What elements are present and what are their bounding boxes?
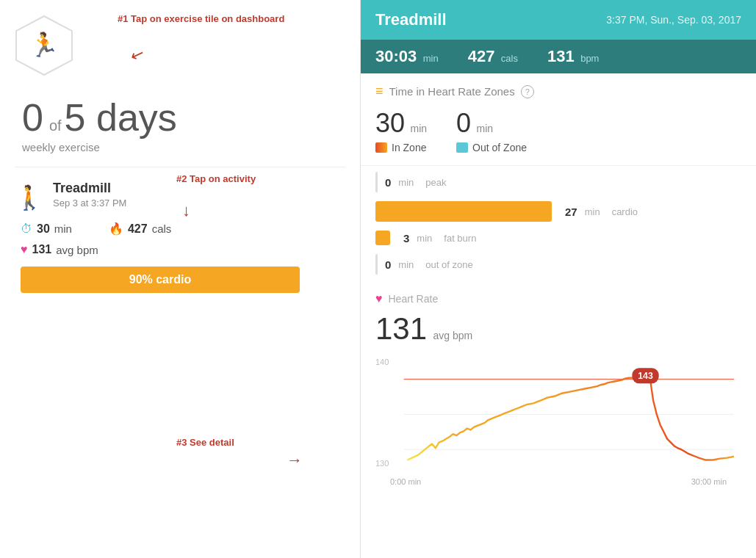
- in-zone-color-dot: [375, 142, 387, 153]
- weekly-of: of: [49, 117, 62, 134]
- hr-avg-row: 131 avg bpm: [375, 311, 741, 347]
- hr-avg-val: 131: [375, 311, 427, 346]
- zone-fatburn-name: fat burn: [444, 233, 476, 244]
- annotation-2-arrow: ↓: [182, 201, 190, 220]
- left-panel: #1 Tap on exercise tile on dashboard ↙ 🏃…: [0, 0, 360, 558]
- zone-row-cardio: 27 min cardio: [375, 201, 741, 222]
- y-label-130: 130: [375, 459, 389, 468]
- cardio-bar-label: 90% cardio: [129, 273, 191, 286]
- zone-outzone-unit: min: [398, 259, 414, 270]
- zone-fatburn-square: [375, 231, 390, 245]
- header-cals-unit: cals: [501, 53, 518, 64]
- zone-cardio-val: 27: [565, 206, 577, 218]
- zone-border-peak: [375, 172, 378, 192]
- zone-cardio-unit: min: [585, 206, 600, 217]
- annotation-3-arrow: →: [287, 451, 303, 470]
- hr-zones-section: ≡ Time in Heart Rate Zones ? 30 min In Z…: [361, 73, 756, 166]
- zone-fatburn-val: 3: [403, 232, 409, 244]
- stat-block-cals: 427 cals: [468, 47, 518, 66]
- right-datetime: 3:37 PM, Sun., Sep. 03, 2017: [606, 14, 741, 26]
- right-header: Treadmill 3:37 PM, Sun., Sep. 03, 2017: [361, 0, 756, 40]
- heart-rate-chart: 143: [383, 354, 734, 471]
- out-zone-unit: min: [477, 123, 494, 134]
- duration-unit: min: [54, 222, 72, 235]
- activity-title: Treadmill: [53, 181, 126, 196]
- in-zone-unit: min: [411, 123, 428, 134]
- hr-section: ♥ Heart Rate 131 avg bpm 140 130: [361, 283, 756, 471]
- bpm-row: ♥ 131 avg bpm: [21, 243, 345, 256]
- annotation-1-arrow: ↙: [128, 44, 147, 67]
- zone-bar-cardio: [375, 201, 552, 222]
- x-label-start: 0:00 min: [390, 477, 421, 486]
- zone-row-peak: 0 min peak: [375, 172, 741, 192]
- activity-walk-icon: 🚶: [15, 184, 44, 211]
- bpm-label: avg bpm: [56, 244, 98, 256]
- stat-block-bpm: 131 bpm: [547, 47, 599, 66]
- hr-heart-icon: ♥: [375, 292, 383, 305]
- out-zone-color-dot: [456, 142, 468, 153]
- zone-peak-name: peak: [425, 177, 446, 188]
- zone-out-summary: 0 min Out of Zone: [456, 108, 527, 153]
- zone-cardio-name: cardio: [612, 206, 638, 217]
- zones-label: Time in Heart Rate Zones: [389, 85, 515, 98]
- zone-outzone-name: out of zone: [425, 259, 472, 270]
- zone-outzone-val: 0: [385, 258, 391, 271]
- out-zone-label: Out of Zone: [472, 142, 527, 153]
- annotation-1-label: #1 Tap on exercise tile on dashboard: [118, 13, 284, 26]
- weekly-zero: 0: [22, 98, 43, 137]
- zone-row-fatburn: 3 min fat burn: [375, 231, 741, 245]
- zone-details: 0 min peak 27 min cardio 3 min fat burn …: [361, 166, 756, 283]
- weekly-days: 5 days: [65, 95, 177, 140]
- weekly-label: weekly exercise: [22, 141, 345, 153]
- zones-bar-icon: ≡: [375, 84, 384, 99]
- zone-peak-unit: min: [398, 177, 414, 188]
- x-label-end: 30:00 min: [691, 477, 727, 486]
- zone-in-summary: 30 min In Zone: [375, 108, 427, 153]
- heart-icon-left: ♥: [21, 243, 28, 256]
- cardio-bar-container: 90% cardio: [21, 267, 345, 293]
- activity-date: Sep 3 at 3:37 PM: [53, 198, 126, 209]
- hr-title-label: Heart Rate: [389, 293, 439, 305]
- zone-border-outzone: [375, 254, 378, 275]
- weekly-exercise-section: 0 of 5 days weekly exercise: [22, 95, 345, 153]
- exercise-hexagon-icon: 🏃: [15, 15, 73, 77]
- annotation-2-label: #2 Tap on activity: [176, 173, 256, 184]
- hr-title-row: ♥ Heart Rate: [375, 292, 741, 305]
- hr-zones-title-row: ≡ Time in Heart Rate Zones ?: [375, 84, 741, 99]
- activity-row: 🚶 Treadmill Sep 3 at 3:37 PM #2 Tap on a…: [15, 181, 345, 211]
- y-label-140: 140: [375, 358, 389, 366]
- clock-icon: ⏱: [21, 222, 32, 236]
- svg-text:🏃: 🏃: [29, 31, 59, 59]
- fire-icon: 🔥: [109, 222, 123, 236]
- cardio-bar-button[interactable]: 90% cardio: [21, 267, 300, 293]
- right-panel: Treadmill 3:37 PM, Sun., Sep. 03, 2017 3…: [360, 0, 756, 558]
- stats-row: ⏱ 30 min 🔥 427 cals: [21, 222, 345, 236]
- in-zone-label: In Zone: [392, 142, 426, 153]
- header-bpm-unit: bpm: [580, 53, 599, 64]
- header-duration-unit: min: [423, 53, 439, 64]
- zone-peak-val: 0: [385, 176, 391, 189]
- stats-header-bar: 30:03 min 427 cals 131 bpm: [361, 40, 756, 73]
- bpm-value: 131: [32, 243, 52, 256]
- header-duration-val: 30:03: [375, 47, 417, 65]
- zone-fatburn-unit: min: [417, 233, 432, 244]
- out-zone-val: 0: [456, 108, 471, 138]
- y-axis-labels: 140 130: [375, 354, 389, 471]
- chart-x-labels: 0:00 min 30:00 min: [383, 474, 734, 486]
- header-cals-val: 427: [468, 47, 495, 65]
- zone-summary-row: 30 min In Zone 0 min Out of Zone: [375, 108, 741, 153]
- zone-row-outzone: 0 min out of zone: [375, 254, 741, 275]
- chart-container: 140 130: [375, 354, 741, 471]
- cals-unit: cals: [152, 222, 172, 235]
- hr-avg-unit: avg bpm: [433, 330, 473, 341]
- svg-text:143: 143: [638, 371, 653, 381]
- in-zone-val: 30: [375, 108, 405, 138]
- exercise-icon-container: 🏃: [15, 15, 73, 77]
- stat-block-duration: 30:03 min: [375, 47, 439, 66]
- info-icon[interactable]: ?: [521, 85, 534, 98]
- right-activity-name: Treadmill: [375, 10, 447, 29]
- header-bpm-val: 131: [547, 47, 575, 65]
- duration-value: 30: [37, 222, 50, 236]
- annotation-3-label: #3 See detail: [176, 437, 234, 448]
- cals-value: 427: [128, 222, 148, 236]
